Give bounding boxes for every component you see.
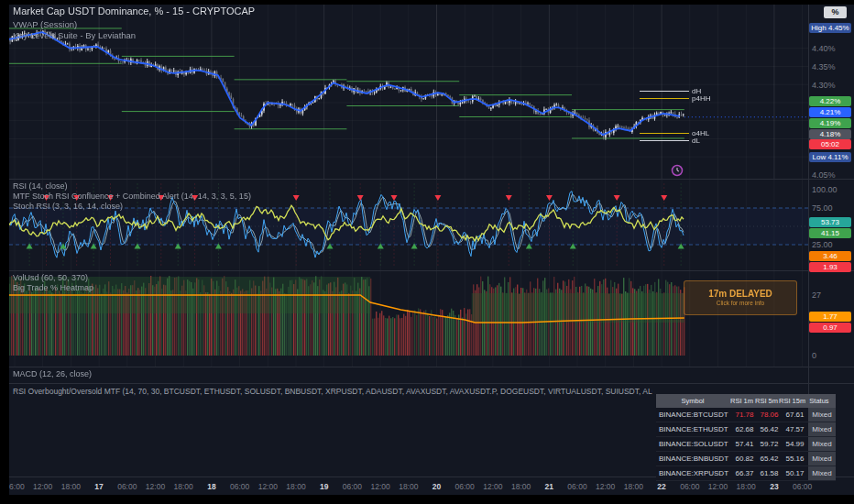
indicator-legend-screener[interactable]: RSI Overbought/Oversold MTF (14, 70, 30,…	[13, 387, 652, 397]
time-axis-label: 18:00	[170, 482, 197, 491]
indicator-legend-mtf-stoch[interactable]: MTF Stoch RSI Confluence + Combined Aler…	[13, 192, 251, 202]
scale-price-badge: 4.19%	[809, 118, 851, 128]
screener-row[interactable]: BINANCE:ETHUSDT62.6856.4247.57Mixed	[656, 422, 836, 437]
key-level-line	[640, 98, 689, 99]
screener-header-row: SymbolRSI 1mRSI 5mRSI 15mStatus	[656, 394, 836, 408]
scale-price-badge: 05:02	[809, 139, 851, 149]
screener-value-cell: 65.42	[757, 452, 782, 466]
notice-line2: Click for more info	[717, 300, 764, 307]
time-axis-label: 18:00	[619, 482, 647, 491]
time-axis-label: 06:00	[789, 482, 816, 491]
scale-price-badge: High 4.45%	[809, 23, 851, 33]
pane-separator[interactable]	[9, 270, 854, 271]
screener-row[interactable]: BINANCE:XRPUSDT66.3761.5850.17Mixed	[656, 466, 836, 481]
screener-column-header[interactable]: RSI 15m	[779, 394, 805, 408]
time-axis-label: 06:00	[114, 482, 141, 491]
time-axis-label: 06:00	[451, 482, 478, 491]
key-level-label: p4HH	[692, 94, 710, 103]
pane-separator[interactable]	[9, 367, 854, 367]
screener-column-header[interactable]: RSI 1m	[729, 394, 754, 408]
indicator-legend-macd[interactable]: MACD (12, 26, close)	[13, 369, 92, 379]
time-axis-label: 18	[198, 482, 225, 491]
time-axis-label: 12:00	[254, 482, 281, 491]
screener-row[interactable]: BINANCE:SOLUSDT57.4159.7254.99Mixed	[656, 437, 836, 452]
time-axis-label: 12:00	[705, 482, 732, 491]
screener-value-cell: 54.99	[782, 437, 808, 451]
scale-price-badge: 1.93	[809, 262, 851, 272]
indicator-legend-key-levels[interactable]: Key Levels Suite - By Leviathan	[13, 30, 136, 40]
screener-value-cell: 60.82	[732, 452, 757, 466]
time-axis-label: 21	[535, 482, 563, 491]
scale-tick: 27	[812, 290, 821, 300]
indicator-legend-vwap[interactable]: VWAP (Session)	[13, 19, 77, 29]
screener-value-cell: 50.17	[782, 466, 808, 480]
time-axis-label: 18:00	[282, 482, 310, 491]
time-axis-label: 06:00	[564, 482, 591, 491]
scale-price-badge: Low 4.11%	[809, 152, 851, 162]
screener-status-cell: Mixed	[808, 437, 836, 451]
scale-tick: 100.00	[812, 185, 838, 194]
indicator-legend-stoch-rsi[interactable]: Stoch RSI (3, 3, 16, 14, close)	[13, 202, 123, 212]
delayed-data-notice[interactable]: 17m DELAYED Click for more info	[684, 280, 797, 315]
scale-tick: 4.35%	[812, 62, 836, 71]
indicator-legend-rsi[interactable]: RSI (14, close)	[13, 181, 68, 192]
screener-row[interactable]: BINANCE:BTCUSDT71.7878.0667.61Mixed	[656, 408, 836, 422]
scale-price-badge: 4.21%	[809, 107, 851, 117]
time-axis-label: 12:00	[592, 482, 619, 491]
screener-status-cell: Mixed	[808, 466, 836, 480]
time-axis-label: 06:00	[676, 482, 704, 491]
screener-column-header[interactable]: Symbol	[656, 394, 729, 408]
time-axis-label: 18:00	[57, 482, 84, 491]
scale-price-badge: 4.22%	[809, 96, 851, 106]
pane-separator[interactable]	[9, 179, 854, 180]
screener-value-cell: 61.58	[757, 466, 782, 480]
scale-tick: 0	[812, 351, 816, 360]
notice-line1: 17m DELAYED	[708, 289, 772, 300]
key-level-line	[640, 91, 689, 92]
time-axis-label: 06:00	[226, 482, 254, 491]
screener-value-cell: 66.37	[732, 466, 757, 480]
time-axis-label: 22	[648, 482, 675, 491]
screener-row[interactable]: BINANCE:BNBUSDT60.8265.4255.16Mixed	[656, 452, 836, 466]
screener-status-cell: Mixed	[808, 452, 836, 466]
scale-price-badge: 53.73	[809, 217, 851, 227]
screener-value-cell: 56.42	[757, 422, 782, 436]
time-axis-label: 18:00	[508, 482, 535, 491]
screener-value-cell: 59.72	[757, 437, 782, 451]
screener-value-cell: 47.57	[782, 422, 808, 436]
scale-price-badge: 1.77	[809, 312, 851, 322]
alert-timer-icon[interactable]	[671, 164, 684, 177]
screener-symbol-cell: BINANCE:BNBUSDT	[656, 452, 732, 466]
screener-symbol-cell: BINANCE:SOLUSDT	[656, 437, 732, 451]
frame-left	[0, 0, 9, 504]
scale-tick: 75.00	[812, 203, 833, 213]
screener-status-cell: Mixed	[808, 408, 836, 422]
key-level-line	[640, 140, 689, 141]
time-axis-label: 12:00	[479, 482, 507, 491]
time-axis-label: 18:00	[395, 482, 422, 491]
pane-separator[interactable]	[9, 383, 854, 384]
screener-column-header[interactable]: Status	[805, 394, 833, 408]
time-axis-label: 19	[311, 482, 338, 491]
time-axis-label: 12:00	[29, 482, 57, 491]
percent-scale-button[interactable]: %	[824, 6, 847, 18]
screener-symbol-cell: BINANCE:BTCUSDT	[656, 408, 732, 422]
screener-symbol-cell: BINANCE:ETHUSDT	[656, 422, 732, 436]
key-level-line	[640, 133, 689, 134]
scale-price-badge: 3.46	[809, 251, 851, 261]
key-level-label: dL	[692, 137, 700, 145]
scale-price-badge: 4.18%	[809, 129, 851, 139]
screener-value-cell: 71.78	[732, 408, 757, 422]
screener-value-cell: 55.16	[782, 452, 808, 466]
screener-table[interactable]: SymbolRSI 1mRSI 5mRSI 15mStatusBINANCE:B…	[656, 394, 836, 481]
time-axis-label: 23	[761, 482, 788, 491]
time-axis-label: 06:00	[338, 482, 366, 491]
screener-status-cell: Mixed	[808, 422, 836, 436]
screener-column-header[interactable]: RSI 5m	[754, 394, 779, 408]
scale-tick: 25.00	[812, 240, 833, 249]
indicator-legend-volusd[interactable]: VolUsd (60, 50, 370)	[13, 273, 88, 283]
symbol-title[interactable]: Market Cap USDT Dominance, % - 15 - CRYP…	[13, 6, 255, 16]
scale-price-badge: 0.97	[809, 323, 851, 333]
time-axis-label: 20	[423, 482, 451, 491]
indicator-legend-heatmap[interactable]: Big Trade % Heatmap	[13, 283, 93, 293]
